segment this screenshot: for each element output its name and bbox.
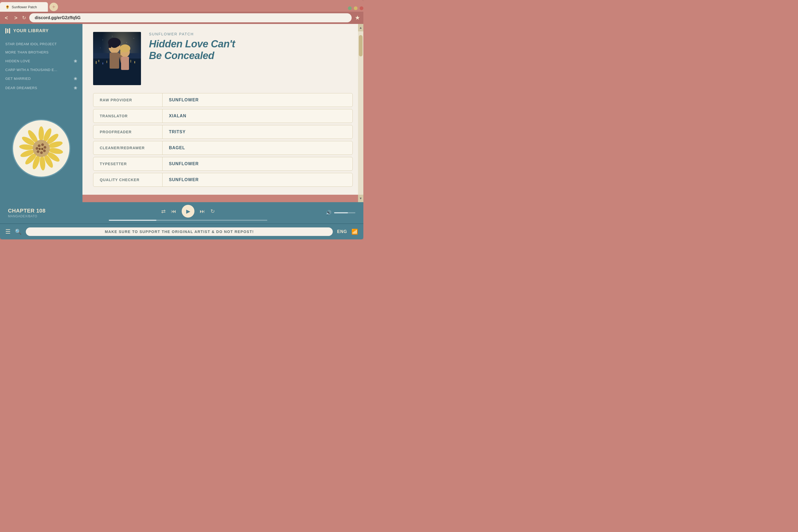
svg-point-20 [37, 150, 39, 153]
manga-cover [93, 32, 141, 85]
player-bar: CHAPTER 108 MANGADEX/BATO ⇄ ⏮ ▶ ⏭ ↻ 🔊 [0, 202, 363, 224]
volume-fill [334, 212, 348, 213]
credit-value: BAGEL [163, 146, 191, 150]
svg-point-19 [40, 151, 43, 154]
credit-value: SUNFLOWER [163, 98, 205, 102]
content-area: SUNFLOWER PATCH Hidden Love Can't Be Con… [82, 24, 363, 195]
sidebar-item-label: MORE THAN BROTHERS [5, 50, 49, 54]
bookmark-button[interactable]: ★ [355, 14, 360, 21]
menu-button[interactable]: ☰ [5, 228, 11, 235]
sidebar-item-label: CARP WITH A THOUSAND E... [5, 68, 57, 72]
next-button[interactable]: ⏭ [200, 208, 205, 214]
chapter-info: CHAPTER 108 MANGADEX/BATO [8, 208, 51, 218]
credit-row-translator: TRANSLATOR XIALAN [93, 109, 353, 123]
previous-button[interactable]: ⏮ [171, 208, 176, 214]
status-bar: ☰ 🔍 MAKE SURE TO SUPPORT THE ORIGINAL AR… [0, 224, 363, 240]
forward-button[interactable]: > [13, 14, 19, 22]
flower-icon: ❀ [74, 58, 77, 63]
sidebar-item-label: DEAR DREAMERS [5, 86, 37, 90]
svg-point-0 [39, 126, 44, 141]
scroll-down-button[interactable]: ▼ [358, 195, 363, 202]
sidebar-item[interactable]: DEAR DREAMERS ❀ [0, 83, 82, 93]
scanlator-name: SUNFLOWER PATCH [149, 32, 235, 36]
progress-fill [109, 220, 156, 221]
svg-rect-46 [121, 57, 129, 70]
credit-value: SUNFLOWER [163, 162, 205, 166]
credit-label: RAW PROVIDER [93, 93, 163, 107]
svg-rect-40 [109, 42, 111, 48]
active-tab[interactable]: 🌻 Sunflower Patch [0, 2, 48, 12]
credit-label: PROOFREADER [93, 125, 163, 138]
svg-rect-27 [98, 60, 99, 62]
scrollbar: ▲ ▼ [358, 24, 363, 202]
svg-rect-29 [107, 61, 107, 63]
manga-cover-art [93, 32, 141, 85]
minimize-button[interactable] [348, 6, 352, 10]
repeat-button[interactable]: ↻ [210, 208, 215, 214]
play-button[interactable]: ▶ [182, 205, 194, 217]
svg-point-17 [44, 146, 46, 149]
scroll-up-button[interactable]: ▲ [358, 24, 363, 32]
scroll-track [359, 33, 363, 194]
credit-value: TRITSY [163, 130, 192, 134]
shuffle-button[interactable]: ⇄ [161, 208, 166, 214]
content-wrapper: SUNFLOWER PATCH Hidden Love Can't Be Con… [82, 24, 363, 202]
svg-point-18 [43, 150, 46, 152]
credit-row-raw: RAW PROVIDER SUNFLOWER [93, 93, 353, 107]
scroll-thumb[interactable] [359, 35, 363, 56]
svg-point-47 [121, 52, 124, 55]
back-button[interactable]: < [3, 14, 10, 22]
library-icon [5, 28, 10, 34]
credit-value: SUNFLOWER [163, 177, 205, 182]
manga-info: SUNFLOWER PATCH Hidden Love Can't Be Con… [149, 32, 235, 61]
wifi-icon: 📶 [352, 228, 358, 235]
sidebar-list: STAR DREAM IDOL PROJECT MORE THAN BROTHE… [0, 38, 82, 95]
svg-point-23 [41, 148, 43, 150]
progress-bar[interactable] [109, 220, 267, 221]
title-line1: Hidden Love Can't [149, 38, 235, 50]
credit-label: TRANSLATOR [93, 109, 163, 122]
maximize-button[interactable] [354, 6, 358, 10]
svg-point-15 [38, 145, 40, 147]
flower-icon: ❀ [74, 86, 77, 91]
address-input[interactable] [29, 13, 352, 22]
tab-favicon: 🌻 [5, 5, 10, 9]
language-selector[interactable]: ENG [337, 229, 347, 234]
player-controls: ⇄ ⏮ ▶ ⏭ ↻ [56, 205, 320, 221]
credit-row-qc: QUALITY CHECKER SUNFLOWER [93, 173, 353, 187]
search-button[interactable]: 🔍 [15, 228, 22, 235]
svg-rect-35 [130, 60, 131, 62]
new-tab-button[interactable]: + [50, 3, 58, 11]
credit-row-typesetter: TYPESETTER SUNFLOWER [93, 157, 353, 171]
volume-control: 🔊 [326, 210, 355, 216]
svg-rect-28 [102, 62, 103, 64]
svg-point-22 [39, 148, 41, 150]
content-inner: SUNFLOWER PATCH Hidden Love Can't Be Con… [82, 24, 363, 195]
svg-point-16 [41, 144, 44, 146]
manga-title: Hidden Love Can't Be Concealed [149, 38, 235, 61]
credit-label: TYPESETTER [93, 157, 163, 171]
sidebar-item[interactable]: MORE THAN BROTHERS [0, 48, 82, 56]
credit-value: XIALAN [163, 114, 193, 118]
library-label: YOUR LIBRARY [13, 28, 49, 33]
main-layout: YOUR LIBRARY STAR DREAM IDOL PROJECT MOR… [0, 24, 363, 202]
character-male [93, 32, 141, 85]
credit-label: CLEANER/REDRAWER [93, 141, 163, 155]
svg-rect-26 [96, 61, 97, 64]
volume-slider[interactable] [334, 212, 355, 213]
svg-point-39 [111, 44, 118, 48]
sidebar-header: YOUR LIBRARY [0, 24, 82, 38]
close-button[interactable] [360, 6, 363, 10]
manga-header: SUNFLOWER PATCH Hidden Love Can't Be Con… [93, 32, 353, 85]
sidebar-item[interactable]: STAR DREAM IDOL PROJECT [0, 40, 82, 48]
credits-table: RAW PROVIDER SUNFLOWER TRANSLATOR XIALAN… [93, 93, 353, 187]
chapter-source: MANGADEX/BATO [8, 214, 51, 218]
sidebar-item[interactable]: HIDDEN LOVE ❀ [0, 56, 82, 66]
tab-bar: 🌻 Sunflower Patch + [0, 0, 363, 12]
sidebar-item[interactable]: GET MARRIED ❀ [0, 74, 82, 83]
sidebar-item[interactable]: CARP WITH A THOUSAND E... [0, 66, 82, 74]
sunflower-circle [12, 119, 71, 178]
flower-icon: ❀ [74, 76, 77, 81]
reload-button[interactable]: ↻ [22, 15, 26, 21]
browser-window: 🌻 Sunflower Patch + < > ↻ ★ [0, 0, 363, 240]
